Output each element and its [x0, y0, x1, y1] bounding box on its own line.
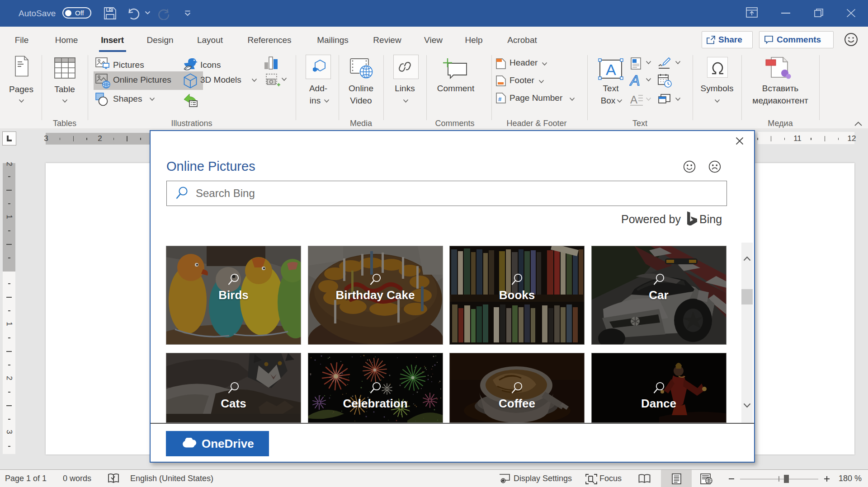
svg-text:A: A — [630, 94, 637, 106]
svg-text:A: A — [629, 73, 640, 88]
svg-text:A: A — [606, 61, 616, 78]
svg-text:#: # — [498, 96, 502, 103]
